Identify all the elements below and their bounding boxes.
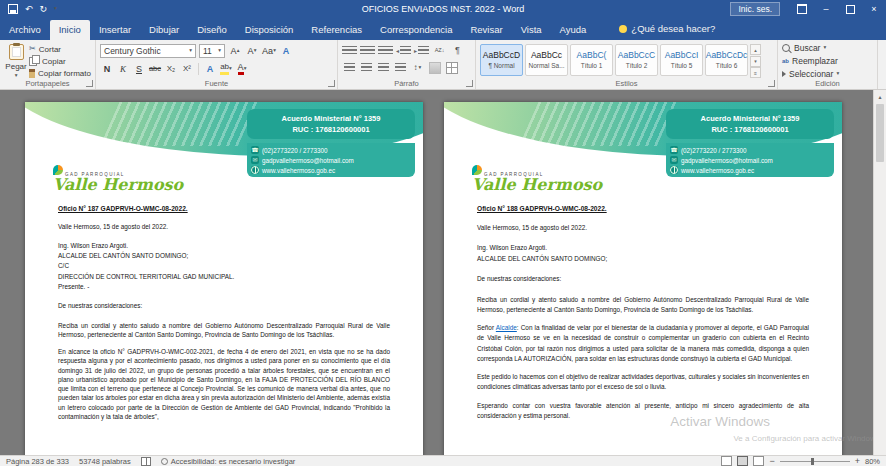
subscript-button[interactable]: X₂ — [164, 62, 178, 76]
shading-button[interactable] — [427, 61, 442, 74]
undo-icon[interactable]: ↶ — [25, 5, 33, 14]
tab-insertar[interactable]: Insertar — [90, 20, 140, 40]
sign-in-button[interactable]: Inic. ses. — [730, 2, 780, 16]
zoom-out-button[interactable]: − — [769, 457, 774, 466]
tab-archivo[interactable]: Archivo — [0, 20, 50, 40]
align-right-button[interactable] — [376, 61, 391, 74]
scrollbar-thumb[interactable] — [876, 104, 884, 162]
styles-gallery-more-button[interactable]: ≡ — [750, 67, 761, 78]
zoom-in-button[interactable]: + — [855, 457, 860, 466]
page-count[interactable]: Página 283 de 333 — [6, 457, 69, 466]
styles-dialog-launcher[interactable] — [768, 80, 775, 87]
tab-diseno[interactable]: Diseño — [188, 20, 236, 40]
tab-correspondencia[interactable]: Correspondencia — [371, 20, 461, 40]
tab-ayuda[interactable]: Ayuda — [551, 20, 596, 40]
addressee-line[interactable]: Ing. Wilson Erazo Argoti. — [477, 243, 809, 253]
multilevel-list-button[interactable] — [378, 44, 393, 57]
save-icon[interactable] — [8, 4, 18, 14]
paragraph-dialog-launcher[interactable] — [466, 80, 473, 87]
bold-button[interactable]: N — [100, 62, 114, 76]
decrease-indent-button[interactable]: ◂ — [396, 44, 411, 57]
addressee-line[interactable]: Presente. - — [58, 282, 390, 291]
close-button[interactable]: × — [862, 0, 886, 18]
letter-paragraph[interactable]: Señor Alcalde: Con la finalidad de velar… — [477, 323, 809, 364]
strikethrough-button[interactable]: abc — [148, 62, 162, 76]
proofing-button[interactable] — [141, 457, 151, 466]
vertical-scrollbar[interactable]: ▴ — [873, 90, 886, 455]
word-count[interactable]: 53748 palabras — [79, 457, 131, 466]
letter-body[interactable]: Oficio N° 188 GADPRVH-O-WMC-08-2022. Val… — [444, 196, 842, 421]
align-left-button[interactable] — [342, 61, 357, 74]
grow-font-button[interactable]: A▴ — [228, 44, 242, 58]
zoom-slider-thumb[interactable] — [811, 458, 814, 465]
align-center-button[interactable] — [359, 61, 374, 74]
format-painter-button[interactable]: Copiar formato — [29, 69, 91, 78]
salutation[interactable]: De nuestras consideraciones: — [477, 274, 809, 284]
tell-me-box[interactable]: ¿Qué desea hacer? — [619, 23, 715, 40]
borders-button[interactable] — [444, 61, 459, 74]
qat-customize-icon[interactable]: ▾ — [54, 6, 57, 12]
clipboard-dialog-launcher[interactable] — [86, 80, 93, 87]
letter-paragraph[interactable]: Reciba un cordial y atento saludo a nomb… — [477, 295, 809, 316]
justify-button[interactable] — [393, 61, 408, 74]
bullets-button[interactable] — [342, 44, 357, 57]
style-titulo-1[interactable]: AaBbC( Título 1 — [570, 44, 613, 76]
tab-revisar[interactable]: Revisar — [461, 20, 511, 40]
letter-date[interactable]: Valle Hermoso, 15 de agosto del 2022. — [477, 223, 809, 233]
letter-paragraph[interactable]: Reciba un cordial y atento saludo a nomb… — [58, 321, 390, 340]
copy-button[interactable]: Copiar — [29, 57, 91, 66]
accessibility-status[interactable]: Accesibilidad: es necesario investigar — [161, 457, 296, 466]
text-effects-button[interactable]: A — [203, 62, 217, 76]
font-size-combobox[interactable]: 11 ▾ — [199, 44, 225, 58]
show-marks-button[interactable]: ¶ — [450, 44, 465, 57]
style-normal[interactable]: AaBbCcD ¶ Normal — [480, 44, 523, 76]
underline-button[interactable]: S — [132, 62, 146, 76]
italic-button[interactable]: K — [116, 62, 130, 76]
read-mode-button[interactable] — [721, 456, 732, 466]
oficio-number[interactable]: Oficio N° 188 GADPRVH-O-WMC-08-2022. — [477, 204, 809, 215]
shrink-font-button[interactable]: A▾ — [245, 44, 259, 58]
font-dialog-launcher[interactable] — [328, 80, 335, 87]
tab-referencias[interactable]: Referencias — [302, 20, 371, 40]
superscript-button[interactable]: X² — [180, 62, 194, 76]
numbering-button[interactable] — [360, 44, 375, 57]
tab-inicio[interactable]: Inicio — [50, 20, 90, 40]
replace-button[interactable]: ab Reemplazar — [782, 56, 873, 66]
line-spacing-button[interactable]: ↕▾ — [410, 61, 425, 74]
scroll-up-arrow-icon[interactable]: ▴ — [874, 90, 886, 102]
increase-indent-button[interactable]: ▸ — [414, 44, 429, 57]
tab-vista[interactable]: Vista — [512, 20, 551, 40]
styles-scroll-up-button[interactable]: ▴ — [750, 44, 761, 55]
minimize-button[interactable]: – — [814, 0, 838, 18]
print-layout-button[interactable] — [737, 456, 748, 466]
redo-icon[interactable]: ↻ — [40, 5, 48, 14]
clear-formatting-button[interactable]: A — [279, 44, 293, 58]
salutation[interactable]: De nuestras consideraciones: — [58, 301, 390, 310]
tab-disposicion[interactable]: Disposición — [236, 20, 303, 40]
letter-date[interactable]: Valle Hermoso, 15 de agosto del 2022. — [58, 222, 390, 231]
style-titulo-6[interactable]: AaBbCcDc Título 6 — [705, 44, 748, 76]
tab-dibujar[interactable]: Dibujar — [140, 20, 188, 40]
addressee-line[interactable]: C/C — [58, 261, 390, 270]
letter-paragraph[interactable]: En alcance la oficio N° GADPRVH-O-WMC-00… — [58, 347, 390, 421]
highlight-button[interactable]: ab▾ — [219, 62, 233, 76]
zoom-level[interactable]: 80% — [865, 457, 880, 466]
style-titulo-2[interactable]: AaBbCcC Título 2 — [615, 44, 658, 76]
addressee-line[interactable]: DIRECCIÓN DE CONTROL TERRITORIAL GAD MUN… — [58, 272, 390, 281]
document-page-left[interactable]: Acuerdo Ministerial N° 1359 RUC : 176812… — [25, 102, 423, 455]
maximize-button[interactable] — [838, 0, 862, 18]
addressee-line[interactable]: Ing. Wilson Erazo Argoti. — [58, 241, 390, 250]
letter-paragraph[interactable]: Esperando contar con vuestra favorable a… — [477, 401, 809, 422]
addressee-line[interactable]: ALCALDE DEL CANTÓN SANTO DOMINGO; — [477, 254, 809, 264]
letter-body[interactable]: Oficio N° 187 GADPRVH-O-WMC-08-2022. Val… — [25, 196, 423, 421]
alcalde-link[interactable]: Alcalde — [496, 324, 517, 331]
font-color-button[interactable]: A▾ — [235, 62, 249, 76]
style-titulo-5[interactable]: AaBbCcI Título 5 — [660, 44, 703, 76]
find-button[interactable]: Buscar ▾ — [782, 43, 873, 53]
web-layout-button[interactable] — [753, 456, 764, 466]
document-area[interactable]: Acuerdo Ministerial N° 1359 RUC : 176812… — [0, 90, 886, 455]
change-case-button[interactable]: Aa▾ — [262, 44, 276, 58]
style-no-spacing[interactable]: AaBbCc Normal Sa... — [525, 44, 568, 76]
sort-button[interactable]: AZ↓ — [432, 44, 447, 57]
cut-button[interactable]: ✂ Cortar — [29, 45, 91, 54]
